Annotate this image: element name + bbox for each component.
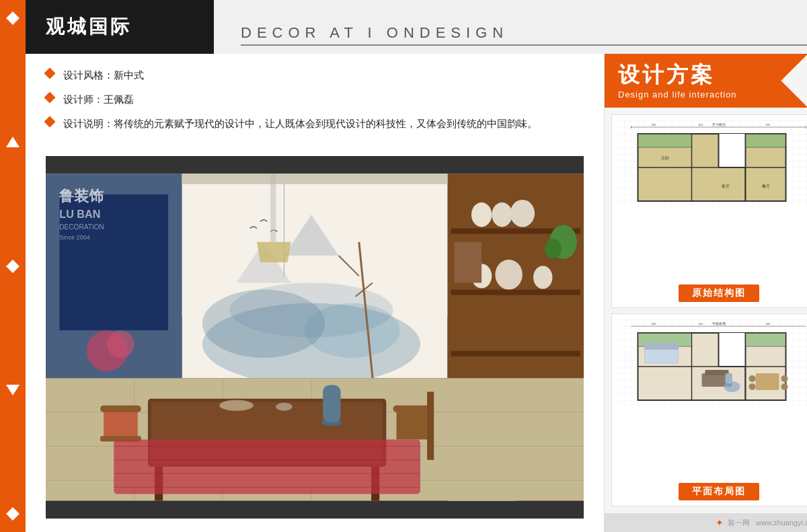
floor-plan-1: 尺寸标注 [611,114,807,308]
svg-rect-111 [645,343,679,350]
sidebar-arrow-down [6,385,20,395]
original-plan-svg: 尺寸标注 [617,120,807,208]
svg-point-24 [492,202,512,227]
svg-text:尺寸标注: 尺寸标注 [712,122,726,126]
bottom-bar: ✦ 装一网 www.zhuangyi.com [605,513,807,532]
svg-rect-58 [114,439,420,494]
svg-rect-104 [705,370,729,375]
svg-rect-113 [726,373,732,383]
svg-text:300: 300 [766,322,771,326]
svg-point-23 [471,202,492,227]
sidebar-diamond-top [6,11,20,25]
right-panel: 设计方案 Design and life interaction [604,54,807,532]
design-title-area: 设计方案 Design and life interaction [605,54,807,108]
svg-text:590: 590 [652,322,656,326]
svg-text:餐厅: 餐厅 [762,184,770,188]
svg-point-49 [276,403,292,411]
svg-point-107 [781,375,788,382]
designer-row: 设计师：王佩磊 [46,91,584,108]
svg-rect-82 [746,134,786,147]
svg-text:410: 410 [699,322,703,326]
logo-area: ✦ 装一网 www.zhuangyi.com [716,517,807,528]
svg-point-25 [510,200,535,227]
svg-point-27 [495,260,523,290]
svg-text:平面布局: 平面布局 [712,321,726,326]
svg-rect-74 [719,134,746,167]
plan2-label: 平面布局图 [679,483,759,500]
svg-point-28 [533,266,552,289]
svg-text:590: 590 [652,123,656,126]
footer-website: www.zhuangyi.com [756,519,807,527]
bullet-diamond-2 [44,92,56,104]
svg-point-48 [219,400,254,411]
svg-rect-20 [451,290,580,295]
svg-rect-102 [746,333,786,346]
svg-rect-81 [638,134,692,147]
svg-text:Since 2004: Since 2004 [59,234,90,241]
header-subtitle: DECOR AT I ONDESIGN [241,24,807,46]
svg-rect-94 [719,333,746,367]
svg-point-109 [781,383,788,390]
svg-rect-35 [270,174,276,241]
style-text: 设计风格：新中式 [63,67,144,83]
floor-plan-section: 尺寸标注 [605,108,807,513]
floor-plan-1-image: 尺寸标注 [617,120,807,280]
footer-logo-text: 装一网 [728,519,750,527]
description-text: 设计说明：将传统的元素赋予现代的设计中，让人既体会到现代设计的科技性，又体会到传… [63,116,537,132]
left-panel: 设计风格：新中式 设计师：王佩磊 设计说明：将传统的元素赋予现代的设计中，让人既… [26,54,604,532]
svg-rect-52 [100,406,141,412]
svg-rect-51 [323,385,340,422]
svg-rect-21 [451,351,580,356]
design-title-text-container: 设计方案 Design and life interaction [605,55,751,106]
bullet-diamond-1 [44,68,56,79]
svg-marker-36 [257,242,291,262]
bullet-diamond-3 [44,116,56,128]
style-row: 设计风格：新中式 [46,67,584,83]
svg-point-17 [107,330,134,358]
svg-text:410: 410 [699,123,703,126]
sidebar-diamond-mid [6,260,20,273]
svg-text:300: 300 [766,123,771,126]
svg-text:鲁装饰: 鲁装饰 [59,188,104,204]
svg-point-108 [749,383,756,390]
logo-icon: ✦ [716,517,724,528]
interior-svg: 鲁装饰 LU BAN DECORATION Since 2004 [46,156,584,519]
header-center: DECOR AT I ONDESIGN [214,0,807,54]
plan1-label: 原始结构图 [679,284,759,302]
svg-rect-56 [397,412,431,440]
svg-rect-53 [104,412,138,440]
sidebar-diamond-bottom [6,507,20,521]
main-content: 观城国际 DECOR AT I ONDESIGN 设计风格：新中式 设计师：王佩… [26,0,807,532]
svg-text:DECORATION: DECORATION [59,224,104,231]
designer-text: 设计师：王佩磊 [63,91,134,108]
floor-plan-2-image: 平面布局 [617,319,807,480]
header: 观城国际 DECOR AT I ONDESIGN [26,0,807,54]
design-title-diamond [781,54,807,108]
svg-rect-33 [182,174,448,184]
svg-rect-105 [756,373,779,390]
design-info: 设计风格：新中式 设计师：王佩磊 设计说明：将传统的元素赋予现代的设计中，让人既… [46,67,584,140]
sidebar-arrow-up [6,137,20,147]
svg-point-106 [749,375,756,382]
left-sidebar [0,0,26,532]
svg-rect-29 [455,242,482,283]
interior-image-container: 鲁装饰 LU BAN DECORATION Since 2004 [46,156,584,519]
brand-text: 观城国际 [46,14,132,40]
svg-point-31 [545,239,561,259]
layout-plan-svg: 平面布局 [617,319,807,407]
floor-plan-2: 平面布局 [611,313,807,507]
brand-name: 观城国际 [26,0,214,54]
svg-text:LU BAN: LU BAN [59,208,100,220]
design-title-en: Design and life interaction [618,89,737,100]
design-title-cn: 设计方案 [618,62,737,87]
svg-text:客厅: 客厅 [722,184,730,188]
description-row: 设计说明：将传统的元素赋予现代的设计中，让人既体会到现代设计的科技性，又体会到传… [46,116,584,132]
body-section: 设计风格：新中式 设计师：王佩磊 设计说明：将传统的元素赋予现代的设计中，让人既… [26,54,807,532]
svg-text:主卧: 主卧 [661,155,669,160]
footer-text: 装一网 www.zhuangyi.com [728,518,807,528]
svg-rect-57 [427,392,434,460]
